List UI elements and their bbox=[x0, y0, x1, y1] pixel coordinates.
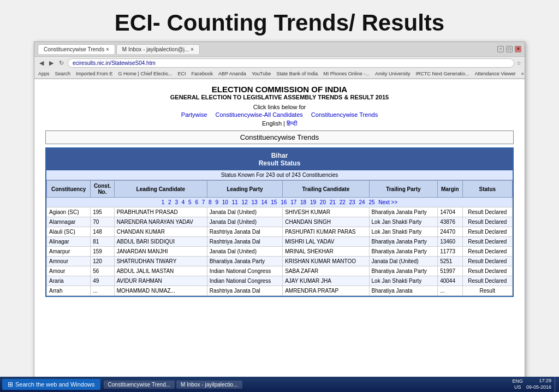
bookmark-facebook[interactable]: Facebook bbox=[189, 70, 215, 77]
taskbar-item-1[interactable]: Constituencywise Trend... bbox=[104, 381, 175, 389]
page-10[interactable]: 10 bbox=[222, 199, 228, 205]
cell-trailing-candidate: MISHRI LAL YADAV bbox=[283, 237, 369, 247]
browser-tab-inactive[interactable]: M Inbox - jayilpalection@j... × bbox=[116, 44, 200, 54]
cell-leading-party: Janata Dal (United) bbox=[207, 207, 282, 217]
cell-leading-candidate: JANARDAN MANJHI bbox=[114, 247, 207, 257]
bookmark-apps[interactable]: Apps bbox=[37, 70, 51, 77]
cell-leading-party: Rashtriya Janata Dal bbox=[207, 286, 282, 296]
table-row: Amour56ABDUL JALIL MASTANIndian National… bbox=[47, 266, 513, 276]
cell-trailing-candidate: CHANDAN SINGH bbox=[283, 217, 369, 227]
bookmark-attendance[interactable]: Attendance Viewer bbox=[473, 70, 517, 77]
cell-constituency: Alinagar bbox=[47, 237, 91, 247]
page-17[interactable]: 17 bbox=[290, 199, 296, 205]
cell-constituency: Amarpur bbox=[47, 247, 91, 257]
eci-subtitle: GENERAL ELECTION TO LEGISLATIVE ASSEMBLY… bbox=[45, 94, 514, 100]
browser-tab-active[interactable]: Constituencywise Trends × bbox=[38, 44, 115, 54]
bookmark-eci[interactable]: ECI bbox=[176, 70, 187, 77]
page-16[interactable]: 16 bbox=[281, 199, 287, 205]
cell-trailing-candidate: AJAY KUMAR JHA bbox=[283, 276, 369, 286]
page-6[interactable]: 6 bbox=[195, 199, 198, 205]
cell-trailing-candidate: AMRENDRA PRATAP bbox=[283, 286, 369, 296]
taskbar-item-2[interactable]: M Inbox - jayilpalectio... bbox=[176, 381, 242, 389]
taskbar-show-desktop[interactable] bbox=[555, 377, 557, 392]
page-numbers: 1 2 3 4 5 6 7 8 9 10 11 bbox=[47, 198, 513, 207]
cell-const-no: 120 bbox=[91, 257, 114, 266]
table-row: Araria49AVIDUR RAHMANIndian National Con… bbox=[47, 276, 513, 286]
refresh-button[interactable]: ↻ bbox=[57, 60, 66, 67]
bookmark-imported[interactable]: Imported From E bbox=[74, 70, 115, 77]
cell-status: Result Declared bbox=[462, 207, 512, 217]
status-known-row: Status Known For 243 out of 243 Constitu… bbox=[46, 170, 513, 180]
page-13[interactable]: 13 bbox=[252, 199, 258, 205]
page-next[interactable]: Next >> bbox=[378, 199, 397, 205]
cell-status: Result Declared bbox=[462, 247, 512, 257]
bookmark-youtube[interactable]: YouTube bbox=[250, 70, 272, 77]
maximize-button[interactable]: □ bbox=[506, 46, 513, 52]
page-22[interactable]: 22 bbox=[340, 199, 346, 205]
table-row: Alinagar81ABDUL BARI SIDDIQUIRashtriya J… bbox=[47, 237, 513, 247]
bookmark-mi[interactable]: MI Phones Online -... bbox=[322, 70, 371, 77]
taskbar-search[interactable]: ⊞ Search the web and Windows bbox=[2, 379, 100, 390]
page-4[interactable]: 4 bbox=[182, 199, 185, 205]
taskbar-items: Constituencywise Trend... M Inbox - jayi… bbox=[104, 381, 513, 389]
page-21[interactable]: 21 bbox=[330, 199, 336, 205]
cell-constituency: Alauli (SC) bbox=[47, 227, 91, 237]
page-12[interactable]: 12 bbox=[242, 199, 248, 205]
page-3[interactable]: 3 bbox=[175, 199, 178, 205]
cell-constituency: Arrah bbox=[47, 286, 91, 296]
cell-margin: ... bbox=[438, 286, 462, 296]
taskbar-search-label[interactable]: Search the web and Windows bbox=[15, 381, 95, 388]
partywise-link[interactable]: Partywise bbox=[181, 111, 207, 118]
hindi-link[interactable]: हिन्दी bbox=[287, 120, 297, 127]
col-const-no: Const.No. bbox=[91, 181, 114, 198]
cell-trailing-candidate: SHIVESH KUMAR bbox=[283, 207, 369, 217]
bookmark-other[interactable]: » Other bookmarks bbox=[520, 70, 525, 77]
page-14[interactable]: 14 bbox=[261, 199, 267, 205]
bookmark-sbi[interactable]: State Bank of India bbox=[275, 70, 319, 77]
table-row: Amarpur159JANARDAN MANJHIJanata Dal (Uni… bbox=[47, 247, 513, 257]
back-button[interactable]: ◀ bbox=[38, 60, 45, 67]
minimize-button[interactable]: － bbox=[497, 46, 504, 52]
browser-addressbar: ◀ ▶ ↻ eciresults.nic.in/StatewiseS04.htm… bbox=[34, 57, 525, 69]
cell-leading-candidate: AVIDUR RAHMAN bbox=[114, 276, 207, 286]
page-1[interactable]: 1 bbox=[162, 199, 165, 205]
cell-trailing-candidate: MRINAL SHEKHAR bbox=[283, 247, 369, 257]
page-5[interactable]: 5 bbox=[188, 199, 192, 205]
browser-chrome: Constituencywise Trends × M Inbox - jayi… bbox=[34, 42, 525, 79]
col-trailing-candidate: Trailing Candidate bbox=[283, 181, 369, 198]
page-11[interactable]: 11 bbox=[232, 199, 238, 205]
page-8[interactable]: 8 bbox=[209, 199, 212, 205]
address-bar[interactable]: eciresults.nic.in/StatewiseS04.htm bbox=[68, 58, 514, 68]
bookmark-abp[interactable]: ABP Ananda bbox=[217, 70, 248, 77]
star-icon[interactable]: ☆ bbox=[516, 60, 521, 66]
cell-const-no: 81 bbox=[91, 237, 114, 247]
bookmark-search[interactable]: Search bbox=[53, 70, 73, 77]
cell-constituency: Amnour bbox=[47, 257, 91, 266]
constituencywise-all-link[interactable]: Constituencywise-All Candidates bbox=[216, 111, 303, 118]
page-24[interactable]: 24 bbox=[359, 199, 365, 205]
cell-constituency: Araria bbox=[47, 276, 91, 286]
main-title: ECI- Counting Trends/ Results bbox=[115, 10, 444, 36]
page-7[interactable]: 7 bbox=[202, 199, 205, 205]
page-20[interactable]: 20 bbox=[320, 199, 326, 205]
page-25[interactable]: 25 bbox=[368, 199, 374, 205]
page-23[interactable]: 23 bbox=[349, 199, 355, 205]
cell-const-no: 70 bbox=[91, 217, 114, 227]
constituencywise-trends-link[interactable]: Constituencywise Trends bbox=[311, 111, 378, 118]
cell-leading-party: Janata Dal (United) bbox=[207, 217, 282, 227]
cell-status: Result Declared bbox=[462, 266, 512, 276]
bookmark-irctc[interactable]: IRCTC Next Generatio... bbox=[414, 70, 471, 77]
page-19[interactable]: 19 bbox=[310, 199, 316, 205]
page-9[interactable]: 9 bbox=[215, 199, 218, 205]
bookmark-amity[interactable]: Amity University bbox=[373, 70, 412, 77]
bookmark-home[interactable]: G Home | Chief Electio... bbox=[117, 70, 174, 77]
cell-trailing-candidate: SABA ZAFAR bbox=[283, 266, 369, 276]
page-15[interactable]: 15 bbox=[271, 199, 277, 205]
cell-trailing-party: Bharatiya Janata Party bbox=[369, 237, 438, 247]
cell-leading-candidate: CHANDAN KUMAR bbox=[114, 227, 207, 237]
cell-status: Result Declared bbox=[462, 237, 512, 247]
page-2[interactable]: 2 bbox=[168, 199, 171, 205]
page-18[interactable]: 18 bbox=[300, 199, 306, 205]
close-button[interactable]: ✕ bbox=[515, 46, 521, 52]
forward-button[interactable]: ▶ bbox=[47, 60, 55, 67]
